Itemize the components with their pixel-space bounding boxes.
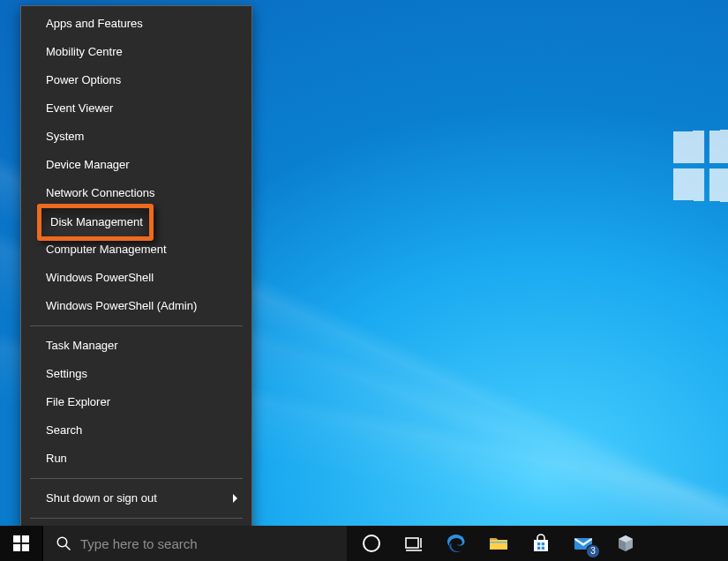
taskbar-app-generic[interactable] [604,526,647,561]
menu-event-viewer[interactable]: Event Viewer [21,94,251,123]
svg-rect-7 [406,538,418,548]
taskbar-search-box[interactable]: Type here to search [42,526,347,561]
menu-apps-features[interactable]: Apps and Features [21,10,251,38]
menu-computer-management[interactable]: Computer Management [21,236,251,264]
menu-separator [30,325,243,326]
menu-separator [30,518,243,519]
svg-rect-12 [537,542,540,545]
winx-power-menu[interactable]: Apps and Features Mobility Centre Power … [20,5,252,557]
taskbar-store[interactable] [520,526,562,561]
menu-shutdown-signout[interactable]: Shut down or sign out [21,484,251,512]
svg-point-6 [364,535,379,551]
chevron-right-icon [232,493,239,504]
start-button[interactable] [0,526,42,561]
menu-power-options[interactable]: Power Options [21,66,251,94]
menu-mobility-centre[interactable]: Mobility Centre [21,38,251,66]
store-icon [530,533,552,554]
svg-rect-11 [534,540,548,551]
svg-rect-10 [490,542,507,543]
svg-point-4 [57,537,67,547]
edge-icon [446,533,467,554]
windows-logo-icon [13,535,29,551]
mail-badge: 3 [587,545,599,557]
taskbar-mail[interactable]: 3 [562,526,604,561]
menu-search[interactable]: Search [21,416,251,445]
search-icon [56,535,71,551]
svg-rect-15 [542,547,544,550]
taskbar: Type here to search [0,526,728,561]
taskbar-task-view[interactable] [393,526,435,561]
svg-rect-1 [22,535,29,542]
taskbar-file-explorer[interactable] [477,526,520,561]
svg-rect-14 [537,547,540,550]
file-explorer-icon [488,533,509,554]
windows-logo-wallpaper [673,130,728,203]
menu-device-manager[interactable]: Device Manager [21,151,251,179]
menu-run[interactable]: Run [21,445,251,473]
task-view-icon [403,533,424,554]
menu-windows-powershell[interactable]: Windows PowerShell [21,264,251,292]
cortana-icon [361,533,382,554]
svg-rect-2 [13,544,20,551]
menu-settings[interactable]: Settings [21,360,251,388]
svg-line-5 [65,545,70,550]
menu-disk-management[interactable]: Disk Management [21,207,251,236]
menu-file-explorer[interactable]: File Explorer [21,388,251,416]
taskbar-cortana[interactable] [350,526,393,561]
taskbar-edge[interactable] [435,526,477,561]
svg-rect-0 [13,535,20,542]
package-icon [615,533,636,554]
search-placeholder-text: Type here to search [80,536,198,551]
menu-separator [30,478,243,479]
menu-windows-powershell-admin[interactable]: Windows PowerShell (Admin) [21,292,251,320]
svg-rect-13 [542,542,544,545]
svg-rect-3 [22,544,29,551]
desktop: Apps and Features Mobility Centre Power … [0,0,728,561]
menu-system[interactable]: System [21,123,251,151]
menu-network-connections[interactable]: Network Connections [21,179,251,207]
menu-task-manager[interactable]: Task Manager [21,332,251,360]
